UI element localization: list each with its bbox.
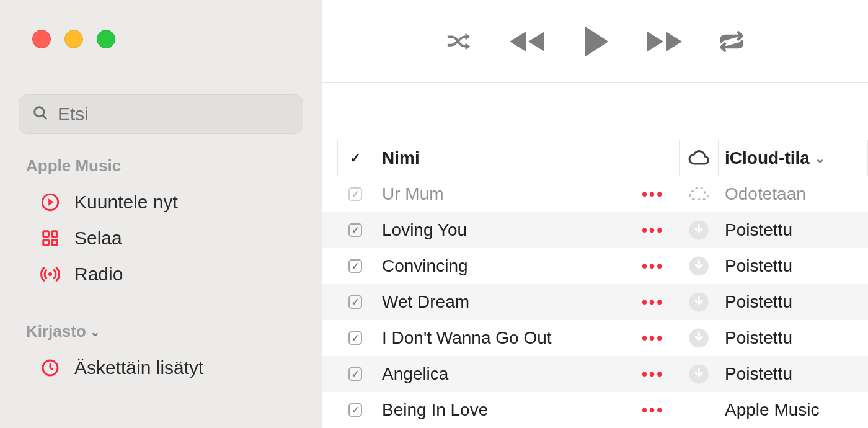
table-row[interactable]: Being In Love•••Apple Music (322, 392, 868, 428)
track-checkbox[interactable] (348, 223, 362, 237)
playback-toolbar (322, 0, 868, 83)
column-check[interactable]: ✓ (338, 150, 373, 166)
table-row[interactable]: I Don't Wanna Go Out•••Poistettu (322, 320, 868, 356)
track-status: Poistettu (719, 328, 867, 348)
svg-rect-6 (52, 240, 58, 246)
track-name: Being In Love (373, 400, 642, 420)
sidebar-item-label: Äskettäin lisätyt (74, 357, 203, 378)
more-icon[interactable]: ••• (642, 221, 664, 239)
track-status: Poistettu (719, 364, 867, 384)
cloud-status-icon (680, 220, 718, 241)
svg-rect-3 (43, 231, 49, 237)
search-field[interactable] (19, 94, 303, 134)
play-circle-icon (40, 192, 61, 213)
tracks-table-body: Ur Mum•••OdotetaanLoving You•••Poistettu… (322, 176, 868, 428)
track-name: Ur Mum (373, 184, 642, 204)
sidebar-item-recently-added[interactable]: Äskettäin lisätyt (0, 350, 322, 386)
search-input[interactable] (58, 104, 293, 125)
sidebar: Apple Music Kuuntele nyt Selaa Radio (0, 0, 322, 428)
svg-point-7 (48, 272, 52, 276)
grid-icon (40, 228, 61, 249)
next-button[interactable] (645, 28, 684, 55)
repeat-button[interactable] (718, 30, 745, 53)
more-icon[interactable]: ••• (642, 401, 664, 419)
table-row[interactable]: Wet Dream•••Poistettu (322, 284, 868, 320)
track-status: Apple Music (719, 400, 867, 420)
track-name: Angelica (373, 364, 642, 384)
svg-line-1 (43, 115, 46, 119)
more-icon[interactable]: ••• (642, 293, 664, 311)
track-checkbox[interactable] (348, 187, 362, 201)
section-apple-music-title: Apple Music (0, 134, 322, 184)
more-icon[interactable]: ••• (642, 185, 664, 203)
cloud-status-icon (680, 256, 718, 277)
track-checkbox[interactable] (348, 367, 362, 381)
sidebar-item-radio[interactable]: Radio (0, 256, 322, 292)
sidebar-item-label: Selaa (74, 228, 122, 249)
svg-rect-4 (52, 231, 58, 237)
column-status[interactable]: iCloud-tila ⌄ (719, 148, 867, 168)
column-status-label: iCloud-tila (725, 148, 810, 168)
more-icon[interactable]: ••• (642, 257, 664, 275)
search-icon (32, 104, 49, 124)
track-name: Loving You (373, 220, 642, 240)
previous-button[interactable] (507, 28, 547, 55)
track-checkbox[interactable] (348, 403, 362, 417)
cloud-status-icon (680, 363, 718, 385)
cloud-status-icon (680, 328, 718, 349)
shuffle-button[interactable] (445, 29, 474, 54)
track-name: I Don't Wanna Go Out (373, 328, 642, 348)
sidebar-item-browse[interactable]: Selaa (0, 220, 322, 256)
broadcast-icon (40, 264, 61, 285)
cloud-status-icon (680, 184, 718, 205)
chevron-down-icon: ⌄ (90, 324, 100, 339)
table-row[interactable]: Ur Mum•••Odotetaan (322, 176, 868, 212)
track-status: Odotetaan (719, 184, 867, 204)
main-content: ✓ Nimi iCloud-tila ⌄ Ur Mum•••OdotetaanL… (322, 0, 868, 428)
track-status: Poistettu (719, 256, 867, 276)
close-window-button[interactable] (32, 30, 51, 48)
track-name: Convincing (373, 256, 642, 276)
minimize-window-button[interactable] (64, 30, 83, 48)
track-checkbox[interactable] (348, 295, 362, 309)
track-checkbox[interactable] (348, 331, 362, 345)
section-library-title[interactable]: Kirjasto ⌄ (0, 292, 322, 350)
tracks-table-header: ✓ Nimi iCloud-tila ⌄ (322, 140, 868, 176)
column-name[interactable]: Nimi (373, 148, 642, 168)
sidebar-item-listen-now[interactable]: Kuuntele nyt (0, 184, 322, 220)
clock-icon (40, 357, 61, 378)
table-row[interactable]: Convincing•••Poistettu (322, 248, 868, 284)
track-status: Poistettu (719, 220, 867, 240)
svg-rect-5 (43, 240, 49, 246)
sidebar-item-label: Kuuntele nyt (74, 192, 178, 213)
library-title-label: Kirjasto (26, 322, 86, 341)
chevron-down-icon: ⌄ (815, 151, 825, 166)
track-status: Poistettu (719, 292, 867, 312)
sidebar-item-label: Radio (74, 264, 123, 285)
more-icon[interactable]: ••• (642, 365, 664, 383)
table-row[interactable]: Angelica•••Poistettu (322, 356, 868, 392)
window-controls (0, 0, 322, 48)
column-cloud-icon[interactable] (680, 147, 718, 169)
play-button[interactable] (580, 25, 611, 58)
zoom-window-button[interactable] (97, 30, 115, 48)
more-icon[interactable]: ••• (642, 329, 664, 347)
content-spacer (322, 83, 868, 140)
cloud-status-icon (680, 292, 718, 313)
table-row[interactable]: Loving You•••Poistettu (322, 212, 868, 248)
track-checkbox[interactable] (348, 259, 362, 273)
track-name: Wet Dream (373, 292, 642, 312)
